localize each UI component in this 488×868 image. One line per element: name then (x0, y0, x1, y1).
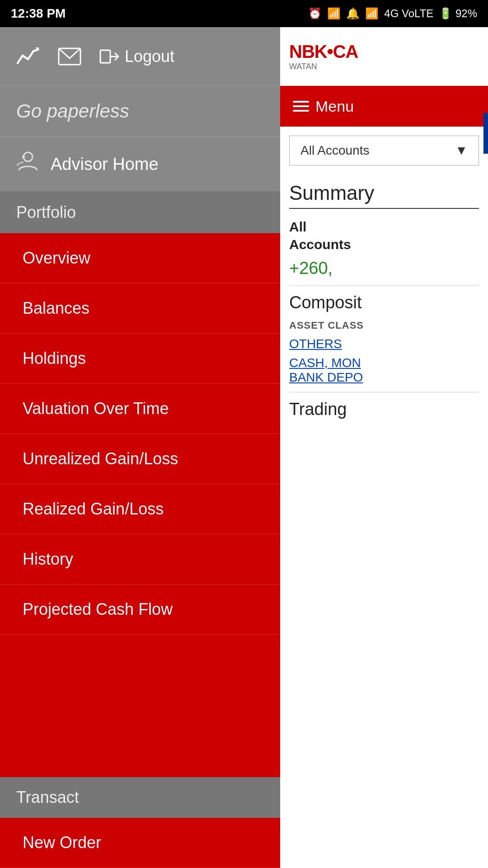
battery-icon: 🔋 92% (439, 7, 477, 20)
menu-item-history[interactable]: History (0, 534, 280, 585)
hamburger-icon (293, 101, 309, 112)
logout-label: Logout (125, 47, 174, 66)
chevron-down-icon: ▼ (455, 143, 468, 158)
menu-item-new-order[interactable]: New Order (0, 818, 280, 868)
section-divider-2 (289, 392, 479, 392)
menu-button-bar: Menu (280, 86, 488, 127)
blue-accent-bar (483, 113, 488, 154)
summary-section: Summary AllAccounts +260, Composit ASSET… (280, 175, 488, 419)
composite-title: Composit (289, 293, 479, 312)
advisor-home-label: Advisor Home (51, 155, 159, 174)
all-accounts-heading: AllAccounts (289, 218, 479, 253)
go-paperless-text: Go paperless (16, 100, 129, 122)
menu-item-valuation[interactable]: Valuation Over Time (0, 384, 280, 434)
vibrate-icon: 🔔 (346, 7, 360, 20)
go-paperless-banner[interactable]: Go paperless (0, 86, 280, 137)
advisor-home-item[interactable]: Advisor Home (0, 137, 280, 192)
all-accounts-dropdown-label: All Accounts (300, 143, 370, 158)
status-bar: 12:38 PM ⏰ 📶 🔔 📶 4G VoLTE 🔋 92% (0, 0, 488, 27)
transact-menu: New Order (0, 818, 280, 868)
summary-divider (289, 208, 479, 209)
menu-item-holdings[interactable]: Holdings (0, 334, 280, 384)
menu-item-realized[interactable]: Realized Gain/Loss (0, 484, 280, 534)
menu-item-balances[interactable]: Balances (0, 283, 280, 334)
toolbar: Logout (0, 27, 280, 86)
all-accounts-bar: All Accounts ▼ (280, 127, 488, 175)
alarm-icon: ⏰ (308, 7, 322, 20)
asset-class-label: ASSET CLASS (289, 320, 479, 331)
main-layout: Logout Go paperless Advisor Home Portfol… (0, 27, 488, 868)
signal2-icon: 📶 (365, 7, 379, 20)
menu-item-unrealized[interactable]: Unrealized Gain/Loss (0, 434, 280, 484)
transact-header: Transact (0, 777, 280, 818)
svg-point-4 (22, 156, 25, 158)
signal-icon: 📶 (327, 7, 341, 20)
right-panel: NBK•CA WATAN Menu All Accounts ▼ (280, 27, 488, 868)
nbk-logo: NBK•CA WATAN (289, 42, 358, 71)
menu-item-overview[interactable]: Overview (0, 233, 280, 283)
trading-label: Trading (289, 400, 479, 419)
summary-title: Summary (289, 182, 479, 204)
asset-link-others[interactable]: OTHERS (289, 337, 479, 351)
nbk-ca: CA (333, 42, 358, 61)
status-time: 12:38 PM (11, 6, 66, 21)
logout-button[interactable]: Logout (99, 47, 174, 66)
all-accounts-dropdown[interactable]: All Accounts ▼ (289, 136, 479, 165)
section-divider-1 (289, 285, 479, 286)
nbk-header: NBK•CA WATAN (280, 27, 488, 86)
portfolio-header: Portfolio (0, 192, 280, 233)
nbk-dot: • (327, 42, 333, 61)
mail-icon[interactable] (58, 47, 81, 66)
sidebar: Logout Go paperless Advisor Home Portfol… (0, 27, 280, 868)
menu-button[interactable]: Menu (293, 98, 354, 115)
portfolio-value: +260, (289, 259, 479, 278)
menu-item-cashflow[interactable]: Projected Cash Flow (0, 585, 280, 635)
advisor-icon (16, 150, 40, 179)
status-icons: ⏰ 📶 🔔 📶 4G VoLTE 🔋 92% (308, 7, 477, 20)
svg-rect-2 (100, 50, 110, 63)
network-label: 4G VoLTE (384, 7, 433, 20)
portfolio-menu: Overview Balances Holdings Valuation Ove… (0, 233, 280, 777)
asset-link-cash[interactable]: CASH, MONBANK DEPO (289, 356, 479, 385)
chart-icon[interactable] (16, 47, 40, 66)
nbk-subtitle: WATAN (289, 62, 358, 71)
nbk-text: NBK (289, 42, 327, 61)
menu-label: Menu (315, 98, 354, 115)
